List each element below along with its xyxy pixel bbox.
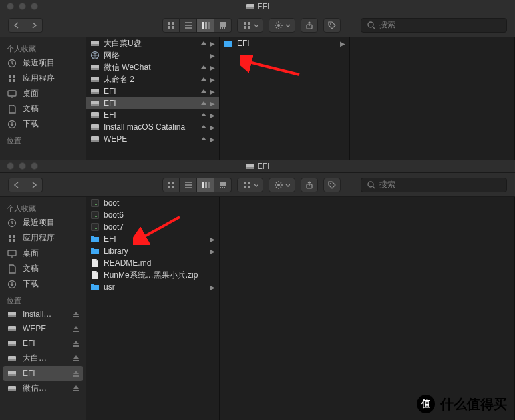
sidebar-item[interactable]: 最近项目 — [0, 215, 86, 230]
nav-buttons — [8, 178, 43, 192]
sidebar-item[interactable]: 最近项目 — [0, 55, 86, 71]
tags-button[interactable] — [323, 18, 341, 33]
chevron-right-icon: ▶ — [210, 52, 215, 59]
column-2[interactable]: EFI▶ — [220, 37, 350, 160]
eject-icon[interactable] — [199, 39, 206, 47]
forward-button[interactable] — [25, 178, 43, 192]
eject-icon[interactable] — [71, 369, 79, 379]
sidebar: 个人收藏最近项目应用程序桌面文稿下载位置 — [0, 37, 86, 160]
icon-view-button[interactable] — [162, 178, 180, 192]
view-buttons — [162, 18, 232, 33]
file-name: 微信 WeChat — [104, 62, 195, 73]
sidebar-item[interactable]: EFI — [3, 366, 83, 381]
sidebar-item[interactable]: 下载 — [0, 276, 86, 292]
close-button[interactable] — [7, 162, 14, 170]
sidebar: 个人收藏最近项目应用程序桌面文稿下载位置Install…WEPEEFI大白…EF… — [0, 197, 86, 420]
zoom-button[interactable] — [31, 162, 38, 170]
eject-icon[interactable] — [199, 99, 206, 107]
file-row[interactable]: EFI▶ — [86, 97, 219, 109]
eject-icon[interactable] — [199, 87, 206, 95]
sidebar-item[interactable]: WEPE — [0, 321, 86, 336]
file-row[interactable]: Library▶ — [86, 245, 219, 257]
sidebar-item-label: EFI — [23, 339, 66, 348]
file-row[interactable]: usr▶ — [86, 281, 219, 293]
file-row[interactable]: 网络▶ — [86, 49, 219, 61]
clock-icon — [7, 58, 17, 69]
column-1[interactable]: 大白菜U盘▶网络▶微信 WeChat▶未命名 2▶EFI▶EFI▶EFI▶Ins… — [86, 37, 220, 160]
zoom-button[interactable] — [31, 3, 38, 10]
download-icon — [7, 119, 17, 130]
file-name: 大白菜U盘 — [104, 38, 195, 49]
file-row[interactable]: 大白菜U盘▶ — [86, 37, 219, 49]
share-button[interactable] — [301, 18, 318, 33]
file-row[interactable]: boot7 — [86, 221, 219, 233]
eject-icon[interactable] — [71, 383, 79, 393]
sidebar-item[interactable]: 应用程序 — [0, 71, 86, 86]
column-2[interactable] — [220, 197, 515, 420]
sidebar-item[interactable]: 文稿 — [0, 101, 86, 116]
icon-view-button[interactable] — [162, 18, 180, 33]
titlebar[interactable]: EFI — [0, 0, 515, 13]
eject-icon[interactable] — [71, 339, 79, 349]
eject-icon[interactable] — [199, 123, 206, 131]
forward-button[interactable] — [25, 18, 43, 33]
file-row[interactable]: EFI▶ — [86, 233, 219, 245]
eject-icon[interactable] — [199, 63, 206, 71]
titlebar[interactable]: EFI — [0, 160, 515, 173]
tags-button[interactable] — [323, 178, 341, 192]
sidebar-item[interactable]: Install… — [0, 307, 86, 321]
eject-icon[interactable] — [199, 135, 206, 143]
file-name: EFI — [104, 87, 195, 96]
eject-icon[interactable] — [71, 310, 79, 319]
file-name: README.md — [104, 258, 215, 268]
back-button[interactable] — [8, 178, 25, 192]
file-row[interactable]: EFI▶ — [220, 37, 349, 49]
sidebar-item[interactable]: 桌面 — [0, 86, 86, 101]
list-view-button[interactable] — [180, 178, 197, 192]
eject-icon[interactable] — [199, 75, 206, 83]
column-view-button[interactable] — [197, 18, 214, 33]
eject-icon[interactable] — [71, 353, 79, 363]
share-button[interactable] — [301, 178, 318, 192]
group-button[interactable] — [237, 18, 263, 33]
eject-icon[interactable] — [199, 111, 206, 119]
file-row[interactable]: boot — [86, 197, 219, 209]
minimize-button[interactable] — [19, 162, 26, 170]
column-1[interactable]: bootboot6boot7EFI▶Library▶README.mdRunMe… — [86, 197, 220, 420]
sidebar-item-label: 文稿 — [23, 263, 79, 274]
action-button[interactable] — [269, 18, 295, 33]
file-row[interactable]: 微信 WeChat▶ — [86, 61, 219, 73]
sidebar-item[interactable]: 下载 — [0, 116, 86, 132]
doc-icon — [7, 104, 17, 114]
eject-icon[interactable] — [71, 324, 79, 334]
file-row[interactable]: README.md — [86, 257, 219, 269]
gallery-view-button[interactable] — [214, 178, 232, 192]
file-row[interactable]: WEPE▶ — [86, 133, 219, 145]
list-view-button[interactable] — [180, 18, 197, 33]
file-name: Library — [104, 246, 206, 256]
minimize-button[interactable] — [19, 3, 26, 10]
sidebar-item[interactable]: 桌面 — [0, 246, 86, 261]
sidebar-item[interactable]: 文稿 — [0, 261, 86, 276]
file-row[interactable]: boot6 — [86, 209, 219, 221]
sidebar-item[interactable]: 应用程序 — [0, 230, 86, 246]
file-row[interactable]: RunMe系统…黑果小兵.zip — [86, 269, 219, 281]
file-row[interactable]: EFI▶ — [86, 109, 219, 121]
group-button[interactable] — [237, 178, 263, 192]
sidebar-item-label: WEPE — [23, 324, 66, 333]
action-button[interactable] — [269, 178, 295, 192]
column-3[interactable] — [350, 37, 515, 160]
search-field[interactable]: 搜索 — [361, 178, 507, 192]
search-field[interactable]: 搜索 — [361, 18, 507, 33]
sidebar-item[interactable]: EFI — [0, 336, 86, 351]
sidebar-section-header: 个人收藏 — [0, 40, 86, 55]
file-row[interactable]: EFI▶ — [86, 85, 219, 97]
gallery-view-button[interactable] — [214, 18, 232, 33]
column-view-button[interactable] — [197, 178, 214, 192]
close-button[interactable] — [7, 3, 14, 10]
sidebar-item[interactable]: 微信… — [0, 381, 86, 396]
file-row[interactable]: Install macOS Catalina▶ — [86, 121, 219, 133]
file-row[interactable]: 未命名 2▶ — [86, 73, 219, 85]
sidebar-item[interactable]: 大白… — [0, 351, 86, 366]
back-button[interactable] — [8, 18, 25, 33]
